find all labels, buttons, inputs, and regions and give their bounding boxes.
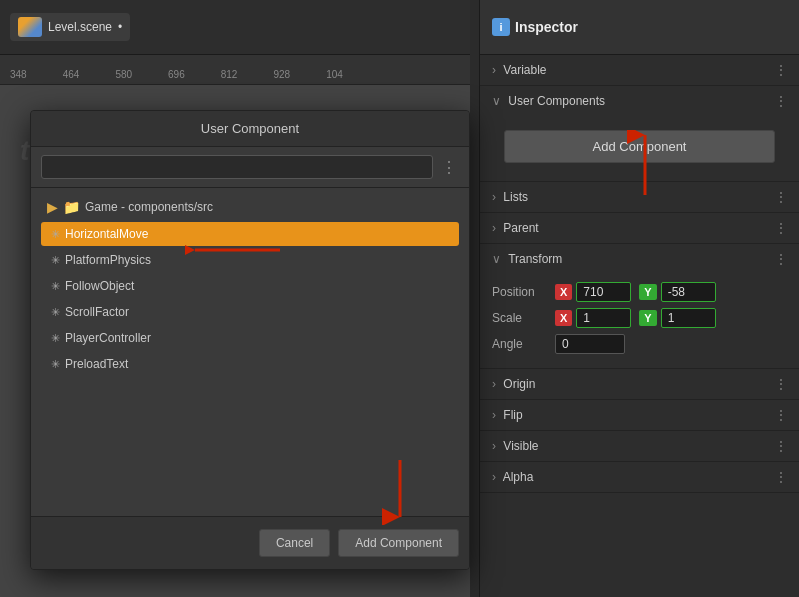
list-item[interactable]: ✳ FollowObject	[41, 274, 459, 298]
lists-section: › Lists ⋮	[480, 182, 799, 213]
item-label: PlatformPhysics	[65, 253, 151, 267]
item-label: ScrollFactor	[65, 305, 129, 319]
component-icon: ✳	[51, 332, 60, 345]
scale-x-label: X	[555, 310, 572, 326]
lists-arrow-icon: ›	[492, 190, 496, 204]
position-x-input[interactable]	[576, 282, 631, 302]
origin-menu-icon[interactable]: ⋮	[775, 377, 787, 391]
component-icon: ✳	[51, 254, 60, 267]
ruler: 348 464 580 696 812 928 104	[0, 55, 470, 85]
scene-title-label: Level.scene	[48, 20, 112, 34]
tree-folder-game: ▶ 📁 Game - components/src	[41, 196, 459, 218]
alpha-menu-icon[interactable]: ⋮	[775, 470, 787, 484]
transform-arrow-icon: ∨	[492, 252, 501, 266]
lists-section-header[interactable]: › Lists ⋮	[480, 182, 799, 212]
add-component-button-inspector[interactable]: Add Component	[504, 130, 775, 163]
folder-icon: 📁	[63, 199, 80, 215]
alpha-section: › Alpha ⋮	[480, 462, 799, 493]
variable-label: Variable	[503, 63, 546, 77]
list-item[interactable]: ✳ PlatformPhysics	[41, 248, 459, 272]
item-label: HorizontalMove	[65, 227, 148, 241]
dialog-menu-button[interactable]: ⋮	[439, 157, 459, 177]
list-item[interactable]: ✳ PlayerController	[41, 326, 459, 350]
transform-menu-icon[interactable]: ⋮	[775, 252, 787, 266]
angle-label: Angle	[492, 337, 547, 351]
component-icon: ✳	[51, 358, 60, 371]
origin-section: › Origin ⋮	[480, 369, 799, 400]
position-x-group: X	[555, 282, 631, 302]
cancel-button[interactable]: Cancel	[259, 529, 330, 557]
origin-label: Origin	[503, 377, 535, 391]
position-y-group: Y	[639, 282, 715, 302]
scene-title-tab[interactable]: Level.scene •	[10, 13, 130, 41]
scale-y-group: Y	[639, 308, 715, 328]
origin-section-header[interactable]: › Origin ⋮	[480, 369, 799, 399]
user-components-section-header[interactable]: ∨ User Components ⋮	[480, 86, 799, 116]
flip-label: Flip	[503, 408, 522, 422]
item-label: PreloadText	[65, 357, 128, 371]
inspector-header: i Inspector	[480, 0, 799, 55]
user-components-section: ∨ User Components ⋮ Add Component	[480, 86, 799, 182]
angle-input[interactable]	[555, 334, 625, 354]
visible-label: Visible	[503, 439, 538, 453]
list-item[interactable]: ✳ PreloadText	[41, 352, 459, 376]
parent-section-header[interactable]: › Parent ⋮	[480, 213, 799, 243]
variable-menu-icon[interactable]: ⋮	[775, 63, 787, 77]
lists-menu-icon[interactable]: ⋮	[775, 190, 787, 204]
inspector-title: Inspector	[515, 19, 578, 35]
scale-x-input[interactable]	[576, 308, 631, 328]
component-icon: ✳	[51, 280, 60, 293]
parent-label: Parent	[503, 221, 538, 235]
flip-arrow-icon: ›	[492, 408, 496, 422]
transform-label: Transform	[508, 252, 562, 266]
scale-y-input[interactable]	[661, 308, 716, 328]
position-y-input[interactable]	[661, 282, 716, 302]
flip-menu-icon[interactable]: ⋮	[775, 408, 787, 422]
folder-label: Game - components/src	[85, 200, 213, 214]
variable-section-header[interactable]: › Variable ⋮	[480, 55, 799, 85]
parent-section: › Parent ⋮	[480, 213, 799, 244]
dialog-search-row: ⋮	[31, 147, 469, 188]
component-tree: ▶ 📁 Game - components/src ✳ HorizontalMo…	[31, 188, 469, 386]
transform-content: Position X Y Scale X Y	[480, 274, 799, 368]
visible-section: › Visible ⋮	[480, 431, 799, 462]
item-label: PlayerController	[65, 331, 151, 345]
add-component-button[interactable]: Add Component	[338, 529, 459, 557]
flip-section-header[interactable]: › Flip ⋮	[480, 400, 799, 430]
inspector-panel: i Inspector › Variable ⋮ ∨ User Componen…	[479, 0, 799, 597]
alpha-arrow-icon: ›	[492, 470, 496, 484]
component-search-input[interactable]	[41, 155, 433, 179]
dialog-title: User Component	[31, 111, 469, 147]
item-label: FollowObject	[65, 279, 134, 293]
visible-menu-icon[interactable]: ⋮	[775, 439, 787, 453]
transform-section-header[interactable]: ∨ Transform ⋮	[480, 244, 799, 274]
flip-section: › Flip ⋮	[480, 400, 799, 431]
variable-section: › Variable ⋮	[480, 55, 799, 86]
position-row: Position X Y	[492, 282, 787, 302]
scene-modified-dot: •	[118, 20, 122, 34]
user-component-dialog: User Component ⋮ ▶ 📁 Game - components/s…	[30, 110, 470, 570]
inspector-icon: i	[492, 18, 510, 36]
visible-section-header[interactable]: › Visible ⋮	[480, 431, 799, 461]
lists-label: Lists	[503, 190, 528, 204]
scene-header: Level.scene •	[0, 0, 470, 55]
transform-section: ∨ Transform ⋮ Position X Y Scale	[480, 244, 799, 369]
variable-arrow-icon: ›	[492, 63, 496, 77]
parent-arrow-icon: ›	[492, 221, 496, 235]
scene-icon	[18, 17, 42, 37]
inspector-tab[interactable]: i Inspector	[492, 18, 578, 36]
x-label: X	[555, 284, 572, 300]
visible-arrow-icon: ›	[492, 439, 496, 453]
alpha-section-header[interactable]: › Alpha ⋮	[480, 462, 799, 492]
list-item[interactable]: ✳ ScrollFactor	[41, 300, 459, 324]
triangle-icon: ▶	[47, 199, 58, 215]
scale-row: Scale X Y	[492, 308, 787, 328]
component-icon: ✳	[51, 228, 60, 241]
dialog-footer: Cancel Add Component	[31, 516, 469, 569]
alpha-label: Alpha	[503, 470, 534, 484]
list-item[interactable]: ✳ HorizontalMove	[41, 222, 459, 246]
scale-x-group: X	[555, 308, 631, 328]
parent-menu-icon[interactable]: ⋮	[775, 221, 787, 235]
user-components-menu-icon[interactable]: ⋮	[775, 94, 787, 108]
angle-row: Angle	[492, 334, 787, 354]
